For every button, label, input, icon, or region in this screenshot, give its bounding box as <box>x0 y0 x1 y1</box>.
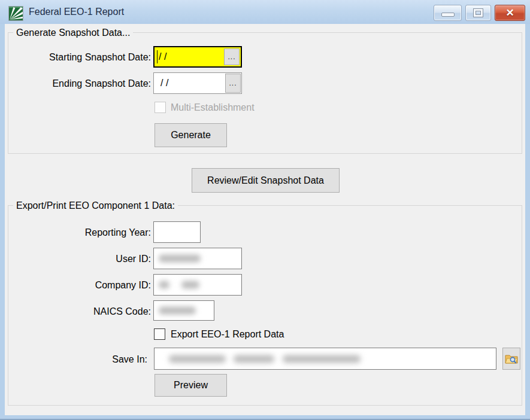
reporting-year-label: Reporting Year: <box>5 227 151 239</box>
ending-snapshot-date-label: Ending Snapshot Date: <box>5 78 151 90</box>
close-icon: ✕ <box>505 8 514 18</box>
starting-date-value: / / <box>157 47 166 66</box>
naics-code-label: NAICS Code: <box>5 306 151 318</box>
folder-search-icon <box>505 354 518 364</box>
text-caret <box>157 50 158 63</box>
maximize-button[interactable] <box>465 5 491 21</box>
review-edit-snapshot-button[interactable]: Review/Edit Snapshot Data <box>192 168 340 193</box>
window-title: Federal EEO-1 Report <box>29 0 124 24</box>
multi-establishment-checkbox <box>155 102 166 113</box>
redacted-text <box>159 307 196 315</box>
starting-snapshot-date-field[interactable]: / / ... <box>153 46 242 68</box>
starting-date-browse-button[interactable]: ... <box>224 48 240 65</box>
starting-snapshot-date-label: Starting Snapshot Date: <box>5 51 151 63</box>
title-bar[interactable]: Federal EEO-1 Report ✕ <box>0 0 530 24</box>
company-id-input[interactable] <box>153 274 242 296</box>
naics-code-input[interactable] <box>153 300 214 321</box>
redacted-text <box>234 355 274 363</box>
export-eeo1-checkbox[interactable] <box>154 328 165 340</box>
maximize-icon <box>474 9 483 17</box>
preview-button[interactable]: Preview <box>155 374 227 397</box>
save-in-label: Save In: <box>5 354 147 366</box>
redacted-text <box>181 281 199 289</box>
user-id-label: User ID: <box>5 253 151 265</box>
close-button[interactable]: ✕ <box>495 5 525 21</box>
ending-date-browse-button[interactable]: ... <box>225 74 241 93</box>
user-id-input[interactable] <box>153 248 242 269</box>
save-in-input[interactable] <box>154 348 496 370</box>
generate-groupbox-title: Generate Snapshot Data... <box>13 26 133 39</box>
reporting-year-input[interactable] <box>153 221 201 243</box>
redacted-text <box>159 255 201 263</box>
generate-snapshot-groupbox: Generate Snapshot Data... <box>8 32 522 154</box>
company-id-label: Company ID: <box>5 279 151 291</box>
federal-eeo1-report-window: Federal EEO-1 Report ✕ Generate Snapshot… <box>0 0 530 420</box>
ending-snapshot-date-field[interactable]: / / ... <box>153 72 242 94</box>
redacted-text <box>283 355 361 363</box>
app-logo-icon <box>8 6 23 21</box>
export-eeo1-checkbox-label: Export EEO-1 Report Data <box>171 328 284 340</box>
save-in-browse-button[interactable] <box>502 348 520 370</box>
minimize-button[interactable] <box>434 5 462 21</box>
generate-button[interactable]: Generate <box>155 123 227 147</box>
multi-establishment-label: Multi-Establishment <box>171 102 255 114</box>
redacted-text <box>159 281 169 289</box>
export-groupbox-title: Export/Print EEO Component 1 Data: <box>13 199 178 212</box>
dialog-client-area: Generate Snapshot Data... Starting Snaps… <box>5 24 525 415</box>
ending-date-value: / / <box>160 73 168 93</box>
minimize-icon <box>441 13 455 17</box>
redacted-text <box>169 355 226 363</box>
